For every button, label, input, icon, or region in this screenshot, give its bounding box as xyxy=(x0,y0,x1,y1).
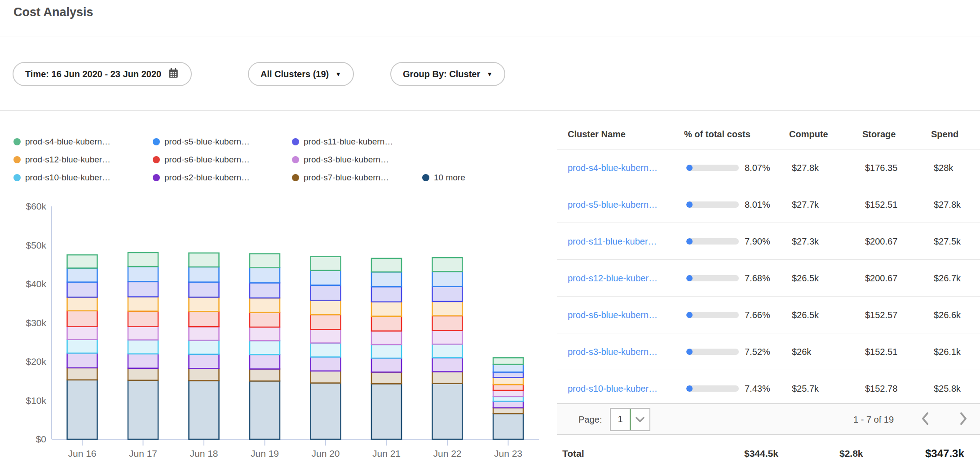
bar-segment[interactable] xyxy=(67,282,97,297)
bar-segment[interactable] xyxy=(371,345,402,358)
bar-segment[interactable] xyxy=(493,390,523,397)
bar-segment[interactable] xyxy=(433,258,463,271)
bar-segment[interactable] xyxy=(128,380,158,439)
bar-segment[interactable] xyxy=(128,282,158,297)
bar-segment[interactable] xyxy=(493,358,523,364)
bar-segment[interactable] xyxy=(250,283,280,298)
bar-segment[interactable] xyxy=(250,341,280,354)
legend-item[interactable]: prod-s5-blue-kubern… xyxy=(153,137,250,147)
bar-segment[interactable] xyxy=(128,267,158,282)
bar-segment[interactable] xyxy=(371,384,402,439)
bar-segment[interactable] xyxy=(250,327,280,341)
legend-item[interactable]: prod-s11-blue-kubern… xyxy=(292,137,393,147)
legend-item[interactable]: prod-s7-blue-kubern… xyxy=(292,173,389,183)
bar-segment[interactable] xyxy=(250,312,280,327)
bar-segment[interactable] xyxy=(189,369,219,381)
page-select[interactable]: 1 xyxy=(610,408,650,431)
bar-segment[interactable] xyxy=(128,297,158,311)
cluster-name-link[interactable]: prod-s12-blue-kuber… xyxy=(568,273,658,283)
bar-segment[interactable] xyxy=(493,397,523,401)
bar-segment[interactable] xyxy=(250,354,280,369)
bar-segment[interactable] xyxy=(311,329,341,343)
bar-segment[interactable] xyxy=(311,357,341,371)
bar-segment[interactable] xyxy=(250,381,280,439)
bar-segment[interactable] xyxy=(250,268,280,283)
bar-segment[interactable] xyxy=(311,257,341,271)
cluster-name-link[interactable]: prod-s10-blue-kuber… xyxy=(568,383,658,393)
bar-segment[interactable] xyxy=(189,327,219,340)
legend-item[interactable]: prod-s6-blue-kubern… xyxy=(153,155,250,165)
bar-segment[interactable] xyxy=(433,316,463,331)
next-page-button[interactable] xyxy=(958,411,969,428)
cluster-name-link[interactable]: prod-s5-blue-kubern… xyxy=(568,199,658,210)
bar-segment[interactable] xyxy=(67,311,97,327)
bar-segment[interactable] xyxy=(433,302,463,316)
bar-segment[interactable] xyxy=(311,315,341,329)
bar-segment[interactable] xyxy=(189,340,219,354)
bar-segment[interactable] xyxy=(67,340,97,353)
legend-item[interactable]: prod-s2-blue-kubern… xyxy=(153,173,250,183)
bar-segment[interactable] xyxy=(128,311,158,327)
bar-segment[interactable] xyxy=(189,267,219,282)
bar-segment[interactable] xyxy=(67,268,97,282)
bar-segment[interactable] xyxy=(311,383,341,439)
bar-segment[interactable] xyxy=(493,401,523,408)
bar-segment[interactable] xyxy=(189,297,219,311)
bar-segment[interactable] xyxy=(433,358,463,371)
bar-segment[interactable] xyxy=(250,298,280,312)
bar-segment[interactable] xyxy=(371,302,402,316)
bar-segment[interactable] xyxy=(189,354,219,369)
bar-segment[interactable] xyxy=(311,371,341,383)
bar-segment[interactable] xyxy=(250,254,280,268)
legend-item[interactable]: prod-s12-blue-kuber… xyxy=(13,155,110,165)
legend-item[interactable]: 10 more xyxy=(422,173,465,183)
bar-segment[interactable] xyxy=(67,297,97,310)
bar-segment[interactable] xyxy=(189,311,219,327)
bar-segment[interactable] xyxy=(67,380,97,439)
legend-item[interactable]: prod-s3-blue-kubern… xyxy=(292,155,389,165)
bar-segment[interactable] xyxy=(433,344,463,358)
cluster-name-link[interactable]: prod-s3-blue-kubern… xyxy=(568,346,658,357)
bar-segment[interactable] xyxy=(128,368,158,380)
bar-segment[interactable] xyxy=(371,272,402,287)
bar-segment[interactable] xyxy=(311,285,341,301)
bar-segment[interactable] xyxy=(371,316,402,331)
legend-item[interactable]: prod-s10-blue-kuber… xyxy=(13,173,110,183)
bar-segment[interactable] xyxy=(67,255,97,268)
bar-segment[interactable] xyxy=(433,383,463,439)
bar-segment[interactable] xyxy=(250,369,280,381)
bar-segment[interactable] xyxy=(433,371,463,383)
bar-segment[interactable] xyxy=(493,372,523,377)
bar-segment[interactable] xyxy=(493,377,523,385)
bar-segment[interactable] xyxy=(433,286,463,302)
clusters-filter-dropdown[interactable]: All Clusters (19) ▼ xyxy=(248,62,354,86)
bar-segment[interactable] xyxy=(371,358,402,372)
group-by-dropdown[interactable]: Group By: Cluster ▼ xyxy=(390,62,505,86)
cluster-name-link[interactable]: prod-s6-blue-kubern… xyxy=(568,310,658,320)
bar-segment[interactable] xyxy=(493,408,523,414)
legend-item[interactable]: prod-s4-blue-kubern… xyxy=(13,137,110,147)
bar-segment[interactable] xyxy=(493,414,523,439)
bar-segment[interactable] xyxy=(128,340,158,354)
time-range-filter[interactable]: Time: 16 Jun 2020 - 23 Jun 2020 xyxy=(13,62,192,86)
bar-segment[interactable] xyxy=(189,282,219,297)
bar-segment[interactable] xyxy=(371,287,402,302)
bar-segment[interactable] xyxy=(67,353,97,368)
cluster-name-link[interactable]: prod-s4-blue-kubern… xyxy=(568,162,658,173)
bar-segment[interactable] xyxy=(371,372,402,384)
bar-segment[interactable] xyxy=(67,326,97,339)
cluster-name-link[interactable]: prod-s11-blue-kuber… xyxy=(568,236,657,246)
bar-segment[interactable] xyxy=(371,258,402,272)
bar-segment[interactable] xyxy=(311,271,341,285)
bar-segment[interactable] xyxy=(433,271,463,286)
bar-segment[interactable] xyxy=(189,253,219,267)
bar-segment[interactable] xyxy=(311,300,341,315)
bar-segment[interactable] xyxy=(493,385,523,390)
previous-page-button[interactable] xyxy=(920,411,931,428)
bar-segment[interactable] xyxy=(128,354,158,368)
bar-segment[interactable] xyxy=(311,343,341,357)
bar-segment[interactable] xyxy=(189,380,219,439)
bar-segment[interactable] xyxy=(433,331,463,344)
bar-segment[interactable] xyxy=(128,253,158,267)
bar-segment[interactable] xyxy=(128,326,158,340)
